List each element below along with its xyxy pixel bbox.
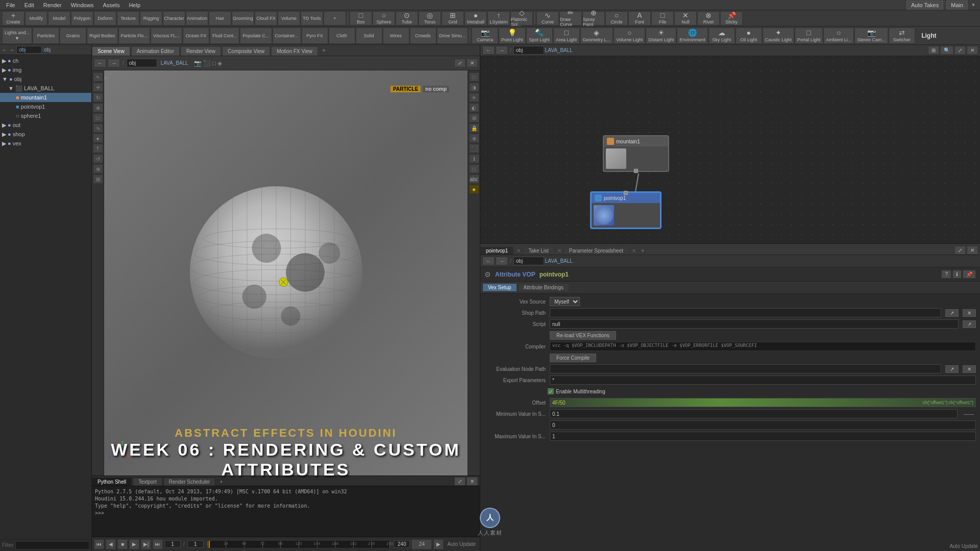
console-close-btn[interactable]: ✕ — [467, 477, 478, 486]
ne-layout-btn[interactable]: ⊞ — [928, 46, 939, 55]
paint-btn[interactable]: ● — [93, 134, 103, 143]
attr-vex-setup-tab[interactable]: Vex Setup — [482, 283, 517, 292]
sticky-tool-btn[interactable]: 📌Sticky — [720, 11, 743, 26]
cam-pan-btn[interactable]: ⊕ — [93, 164, 103, 173]
tree-item-mountain1[interactable]: ■ mountain1 — [0, 93, 91, 102]
tube-tool-btn[interactable]: ⊙Tube — [396, 11, 418, 26]
rotate-tool-btn[interactable]: ↻ — [93, 93, 103, 102]
multithreading-checkbox[interactable]: ✓ — [548, 388, 554, 394]
geometry-light-btn[interactable]: ◈Geometry L... — [580, 28, 614, 44]
back-nav-btn[interactable]: ← — [2, 47, 7, 53]
particles-btn[interactable]: Particles — [33, 28, 59, 44]
export-params-input[interactable] — [550, 375, 976, 385]
environment-btn[interactable]: 🌐Environment — [677, 28, 708, 44]
create-btn[interactable]: +Create — [2, 11, 24, 26]
polygon-btn[interactable]: Polygon — [71, 11, 93, 26]
tree-item-shop[interactable]: ▶ ● shop — [0, 130, 91, 139]
tl-step-back-btn[interactable]: ◀ — [106, 539, 116, 549]
solid-btn[interactable]: Solid — [356, 28, 382, 44]
vp-shading-btn[interactable]: ◑ — [469, 83, 479, 92]
fwd-nav-btn[interactable]: → — [9, 47, 14, 53]
nav-back-btn[interactable]: ← — [94, 59, 106, 67]
attr-pin-btn[interactable]: 📌 — [963, 270, 976, 279]
scale-tool-btn[interactable]: ⊕ — [93, 103, 103, 112]
crowds-btn[interactable]: Crowds — [410, 28, 436, 44]
script-browse-btn[interactable]: ↗ — [963, 320, 976, 328]
model-btn[interactable]: Model — [48, 11, 70, 26]
vp-star-btn[interactable]: ★ — [469, 185, 479, 194]
ne-search-btn[interactable]: 🔍 — [940, 46, 953, 55]
cloudfx-btn[interactable]: Cloud FX — [255, 11, 277, 26]
fluid-cont-btn[interactable]: Fluid Cont... — [210, 28, 240, 44]
attr-tab-close-1[interactable]: ✕ — [514, 247, 523, 255]
ne-close-btn[interactable]: ✕ — [967, 46, 978, 55]
lasso-btn[interactable]: ∿ — [93, 123, 103, 133]
grid-tool-btn[interactable]: ⊞Grid — [442, 11, 464, 26]
viscous-btn[interactable]: Viscous FL... — [151, 28, 182, 44]
rivet-tool-btn[interactable]: ⊗Rivet — [697, 11, 720, 26]
spray-paint-btn[interactable]: ⊕Spray Paint — [582, 11, 605, 26]
cam-orbit-btn[interactable]: ↺ — [93, 154, 103, 163]
grooming-btn[interactable]: Grooming — [232, 11, 254, 26]
eval-path-clear-btn[interactable]: ✕ — [963, 365, 976, 373]
hair-btn[interactable]: Hair — [209, 11, 231, 26]
pointvop1-input-conn[interactable] — [624, 191, 628, 195]
path-input[interactable]: obj — [16, 46, 42, 54]
script-input[interactable] — [550, 319, 959, 329]
sky-light-btn[interactable]: ☁Sky Light — [708, 28, 735, 44]
tl-stop-btn[interactable]: ■ — [117, 539, 128, 549]
populate-btn[interactable]: Populate C... — [240, 28, 272, 44]
tab-animation-editor[interactable]: Animation Editor — [131, 46, 180, 56]
force-compile-btn[interactable]: Force Compile — [550, 354, 596, 362]
vp-render2-btn[interactable]: ⬛ — [469, 144, 479, 153]
tree-item-out[interactable]: ▶ ● out — [0, 120, 91, 130]
min-value-input[interactable] — [550, 409, 958, 418]
node-pointvop1[interactable]: pointvop1 — [590, 191, 662, 229]
add-viewport-tab[interactable]: + — [319, 45, 329, 56]
tab-composite-view[interactable]: Composite View — [222, 46, 270, 56]
draw-curve-btn[interactable]: ✏Draw Curve — [559, 11, 582, 26]
zero-input[interactable] — [550, 420, 976, 430]
lights-dropdown[interactable]: Lights and...▼ — [2, 28, 32, 44]
attr-close-btn[interactable]: ✕ — [967, 246, 978, 255]
null-tool-btn[interactable]: ✕Null — [674, 11, 697, 26]
menu-edit[interactable]: Edit — [20, 1, 38, 9]
tree-item-pointvop1[interactable]: ■ pointvop1 — [0, 102, 91, 111]
add-attr-tab[interactable]: + — [638, 246, 647, 255]
node-canvas[interactable]: mountain1 pointvop1 — [480, 56, 980, 243]
metaball-tool-btn[interactable]: ●Metaball — [464, 11, 487, 26]
pose-btn[interactable]: † — [93, 144, 103, 153]
textport-tab[interactable]: Textport — [133, 478, 162, 486]
viewport-3d[interactable]: View PARTICLE no comp ↖ ✛ ↻ ⊕ □ ∿ ● † ↺ … — [92, 70, 480, 475]
tl-start-frame-input[interactable] — [187, 540, 204, 548]
vp-bg-btn[interactable]: □ — [469, 164, 479, 173]
vp-snap-btn[interactable]: ⊕ — [469, 134, 479, 143]
tdtools-btn[interactable]: TD Tools — [301, 11, 323, 26]
tree-item-ch[interactable]: ▶ ● ch — [0, 56, 91, 65]
auto-takes-button[interactable]: Auto Takes — [906, 1, 943, 10]
filter-input[interactable] — [15, 541, 89, 549]
python-shell-tab[interactable]: Python Shell — [92, 478, 132, 486]
menu-help[interactable]: Help — [125, 1, 144, 9]
attr-maximize-btn[interactable]: ⤢ — [954, 246, 966, 255]
menu-assets[interactable]: Assets — [99, 1, 124, 9]
cloth-btn[interactable]: Cloth — [329, 28, 355, 44]
tl-end-frame-input[interactable] — [394, 540, 410, 548]
attr-back-btn[interactable]: ← — [482, 257, 495, 265]
texture-btn[interactable]: Texture — [117, 11, 139, 26]
tab-motion-fx[interactable]: Motion FX View — [271, 46, 318, 56]
file-tool-btn[interactable]: □File — [651, 11, 674, 26]
deform-btn[interactable]: Deform — [94, 11, 116, 26]
box-tool-btn[interactable]: □Box — [350, 11, 372, 26]
tl-fps-btn[interactable]: 24 — [411, 539, 432, 549]
tl-step-fwd-btn[interactable]: ▶| — [141, 539, 151, 549]
tree-item-sphere1[interactable]: ○ sphere1 — [0, 111, 91, 120]
attr-tab-close-2[interactable]: ✕ — [555, 247, 564, 255]
tree-item-vex[interactable]: ▶ ● vex — [0, 139, 91, 148]
shop-path-input[interactable] — [550, 308, 941, 317]
sphere-tool-btn[interactable]: ○Sphere — [373, 11, 395, 26]
max-value-input[interactable] — [550, 432, 976, 441]
ambient-light-btn[interactable]: ○Ambient Li... — [823, 28, 854, 44]
tree-item-img[interactable]: ▶ ● img — [0, 65, 91, 74]
distant-light-btn[interactable]: ☀Distant Light — [646, 28, 676, 44]
